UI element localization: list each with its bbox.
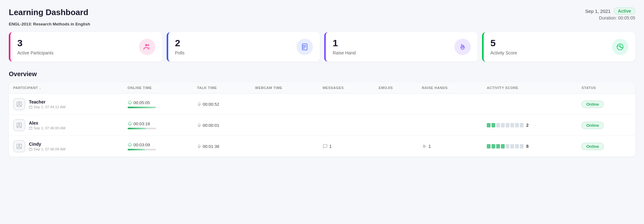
activity-score-cell: 2 <box>482 115 577 136</box>
score-bar <box>501 123 505 127</box>
participant-meta: Sep 1, 07:46:09 AM <box>29 147 65 151</box>
svg-rect-12 <box>29 106 32 109</box>
page-title: Learning Dashboard <box>9 8 88 17</box>
webcam-time-cell <box>251 136 318 157</box>
status-cell: Online <box>577 94 635 115</box>
raise-hands-cell: 1 <box>417 136 482 157</box>
messages-cell <box>318 115 374 136</box>
svg-point-11 <box>19 103 20 104</box>
stat-card-activity-score: 5 Activity Score <box>482 32 636 62</box>
svg-point-13 <box>128 101 131 104</box>
col-talk-time: TALK TIME <box>193 82 251 94</box>
participant-name: Teacher <box>29 99 65 104</box>
status-badge: Online <box>581 101 603 108</box>
score-bar <box>510 144 514 148</box>
table-header-row: PARTICIPANT ↓ ONLINE TIME TALK TIME WEBC… <box>9 82 635 94</box>
svg-rect-22 <box>29 148 32 151</box>
stat-card-polls: 2 Polls <box>167 32 320 62</box>
svg-point-18 <box>128 122 131 126</box>
stats-row: 3 Active Participants 2 Polls <box>9 32 635 62</box>
stat-label-raise-hand: Raise Hand <box>333 50 356 55</box>
score-bar <box>491 144 495 148</box>
score-bar <box>487 144 491 148</box>
col-webcam-time: WEBCAM TIME <box>251 82 318 94</box>
talk-time-cell: 00:00:01 <box>193 115 251 136</box>
score-bar <box>487 123 491 127</box>
col-raise-hands: RAISE HANDS <box>417 82 482 94</box>
raise-hands-cell <box>417 115 482 136</box>
overview-table-container: PARTICIPANT ↓ ONLINE TIME TALK TIME WEBC… <box>9 82 635 157</box>
messages-cell: 1 <box>318 136 374 157</box>
participant-cell: Teacher Sep 1, 07:44:12 AM <box>9 94 123 115</box>
stat-number-activity: 5 <box>491 38 517 48</box>
webcam-time-cell <box>251 115 318 136</box>
online-time-cell: 00:05:05 <box>123 94 193 115</box>
stat-card-active-participants: 3 Active Participants <box>9 32 162 62</box>
webcam-time-cell <box>251 94 318 115</box>
participants-icon <box>139 39 155 55</box>
svg-point-1 <box>147 44 149 46</box>
stat-card-raise-hand: 1 Raise Hand <box>324 32 478 62</box>
score-bar <box>510 123 514 127</box>
emojis-cell <box>374 136 417 157</box>
activity-score-icon <box>612 39 628 55</box>
date-label: Sep 1, 2021 <box>585 8 611 14</box>
participant-meta: Sep 1, 07:46:00 AM <box>29 126 65 130</box>
status-cell: Online <box>577 115 635 136</box>
col-emojis: EMOJIS <box>374 82 417 94</box>
online-time-cell: 00:03:09 <box>123 136 193 157</box>
status-badge: Online <box>581 122 603 129</box>
table-row: Cindy Sep 1, 07:46:09 AM 00:03:09 00:01:… <box>9 136 635 157</box>
svg-point-23 <box>128 143 131 147</box>
participant-name: Cindy <box>29 142 65 147</box>
stat-label-activity: Activity Score <box>491 50 517 55</box>
svg-rect-8 <box>303 48 304 48</box>
stat-number-raise-hand: 1 <box>333 38 356 48</box>
score-bar <box>515 123 519 127</box>
svg-rect-7 <box>303 47 304 47</box>
talk-time-cell: 00:00:52 <box>193 94 251 115</box>
raise-hand-icon <box>454 39 471 55</box>
messages-cell <box>318 94 374 115</box>
avatar <box>13 98 25 110</box>
score-bar <box>496 144 500 148</box>
overview-title: Overview <box>9 70 635 78</box>
col-messages: MESSAGES <box>318 82 374 94</box>
col-participant: PARTICIPANT ↓ <box>9 82 123 94</box>
emojis-cell <box>374 94 417 115</box>
score-bar <box>506 144 509 148</box>
svg-point-16 <box>19 124 20 125</box>
overview-table: PARTICIPANT ↓ ONLINE TIME TALK TIME WEBC… <box>9 82 635 157</box>
score-bar <box>520 123 524 127</box>
score-bar <box>520 144 524 148</box>
svg-rect-6 <box>303 45 304 46</box>
duration-label: Duration: 00:05:05 <box>599 15 635 20</box>
emojis-cell <box>374 115 417 136</box>
score-bar <box>515 144 519 148</box>
raise-hands-cell <box>417 94 482 115</box>
status-badge: Online <box>581 143 603 150</box>
participant-cell: Cindy Sep 1, 07:46:09 AM <box>9 136 123 157</box>
status-cell: Online <box>577 136 635 157</box>
participant-cell: Alex Sep 1, 07:46:00 AM <box>9 115 123 136</box>
score-bar <box>506 123 509 127</box>
table-row: Teacher Sep 1, 07:44:12 AM 00:05:05 00:0… <box>9 94 635 115</box>
stat-label-polls: Polls <box>175 50 185 55</box>
stat-number-polls: 2 <box>175 38 185 48</box>
avatar <box>13 140 25 152</box>
activity-score-cell: 8 <box>482 136 577 157</box>
score-bar <box>501 144 505 148</box>
participant-meta: Sep 1, 07:44:12 AM <box>29 105 65 109</box>
status-badge: Active <box>614 8 635 14</box>
page-header: Learning Dashboard Sep 1, 2021 Active Du… <box>9 8 635 20</box>
col-status: STATUS <box>577 82 635 94</box>
polls-icon <box>297 39 313 55</box>
course-subtitle: ENGL-2013: Research Methods in English <box>9 22 635 26</box>
svg-rect-17 <box>29 127 32 130</box>
stat-number-participants: 3 <box>17 38 53 48</box>
col-activity-score: ACTIVITY SCORE <box>482 82 577 94</box>
svg-point-0 <box>145 44 147 46</box>
col-online-time: ONLINE TIME <box>123 82 193 94</box>
activity-score-cell <box>482 94 577 115</box>
table-row: Alex Sep 1, 07:46:00 AM 00:03:18 00:00:0… <box>9 115 635 136</box>
